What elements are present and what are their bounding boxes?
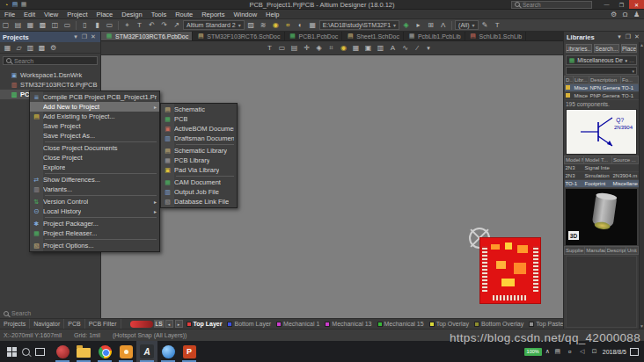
text-icon[interactable] — [134, 20, 145, 30]
ctx-save-project[interactable]: Save Project — [30, 121, 159, 131]
plane-icon[interactable] — [375, 43, 386, 53]
chevron-down-icon[interactable]: ▾ — [71, 33, 80, 42]
sub-schematic[interactable]: Schematic — [161, 105, 237, 114]
undo-icon[interactable] — [146, 20, 157, 30]
ctx-explore[interactable]: Explore — [30, 163, 159, 172]
copy-icon[interactable] — [91, 20, 103, 30]
taskbar-app-chrome[interactable] — [94, 341, 115, 362]
projects-bottom-search[interactable]: Search — [0, 308, 100, 318]
gear-icon[interactable]: ⚙ — [608, 10, 619, 19]
col-supplier[interactable]: Supplie — [565, 247, 585, 255]
action-center-icon[interactable] — [630, 348, 639, 356]
col-unit[interactable]: Unit — [626, 247, 639, 255]
cross-probe-icon[interactable] — [171, 20, 182, 30]
arc-icon[interactable] — [399, 43, 411, 53]
doc-tab-schlib[interactable]: SchLib1.SchLib — [465, 32, 527, 40]
global-search-input[interactable]: Search — [511, 1, 592, 9]
close-button[interactable]: ✕ — [629, 0, 644, 9]
menu-window[interactable]: Window — [229, 10, 261, 19]
edit-icon[interactable] — [479, 20, 491, 30]
menu-reports[interactable]: Reports — [197, 10, 229, 19]
explorer-icon[interactable] — [36, 43, 48, 53]
projects-search-input[interactable]: Search — [3, 56, 98, 65]
taskbar-app-browser[interactable] — [52, 341, 73, 362]
layer-tab-top-paste[interactable]: Top Paste — [526, 321, 563, 327]
clear-highlight-icon[interactable] — [282, 20, 294, 30]
layer-scroll-left[interactable]: ◂ — [165, 320, 173, 328]
polygon-icon[interactable] — [350, 43, 362, 53]
ctx-add-existing[interactable]: Add Existing to Project... — [30, 112, 159, 121]
refresh-icon[interactable] — [25, 43, 36, 53]
annotation-icon[interactable] — [387, 43, 399, 53]
via-icon[interactable] — [326, 43, 337, 53]
panel-scrollbar[interactable]: ▲ ▼ — [639, 42, 644, 329]
col-supplier-desc[interactable]: Descripti — [605, 247, 626, 255]
3d-badge[interactable]: 3D — [568, 231, 579, 240]
menu-design[interactable]: Design — [117, 10, 146, 19]
taskbar-app-blue[interactable] — [157, 341, 179, 362]
volume-muted-icon[interactable] — [578, 347, 587, 357]
layer-set-label[interactable]: LS — [154, 320, 165, 328]
measure-icon[interactable] — [437, 20, 449, 30]
menu-help[interactable]: Help — [261, 10, 283, 19]
sub-pcb-library[interactable]: PCB Library — [161, 156, 237, 165]
layer-tab-top-overlay[interactable]: Top Overlay — [427, 321, 472, 327]
taskbar-search-icon[interactable] — [22, 348, 30, 356]
save-all-icon[interactable] — [11, 0, 19, 10]
layer-tab-bottom-overlay[interactable]: Bottom Overlay — [472, 321, 526, 327]
start-button[interactable] — [7, 347, 17, 357]
sub-pcb[interactable]: PCB — [161, 114, 237, 124]
line-icon[interactable] — [412, 43, 423, 53]
library-select-dropdown[interactable]: Miscellaneous Device ▾ … — [566, 55, 637, 65]
rect-tool-icon[interactable] — [276, 43, 288, 53]
browse-icon[interactable]: … — [629, 58, 634, 63]
page-setup-icon[interactable] — [62, 20, 73, 30]
search-button[interactable]: Search... — [594, 44, 620, 53]
mask-icon[interactable] — [295, 20, 306, 30]
layer-tab-mechanical-15[interactable]: Mechanical 15 — [375, 321, 427, 327]
ctx-project-packager[interactable]: Project Packager... — [30, 219, 159, 228]
tree-item-stm32-project[interactable]: STM32F103RCT6.PrjPCB — [0, 80, 100, 90]
col-description[interactable]: Description — [589, 76, 621, 84]
ctx-show-differences[interactable]: Show Differences... — [30, 175, 159, 185]
sub-database-link-file[interactable]: Database Link File — [161, 197, 237, 206]
tray-folder-icon[interactable] — [553, 347, 562, 357]
menu-view[interactable]: View — [40, 10, 62, 19]
model-row[interactable]: 2N3 Simulation 2N3904.m — [565, 172, 639, 180]
ctx-local-history[interactable]: Local History ▸ — [30, 206, 159, 216]
component-row[interactable]: Misce NPN Genera TO-1 — [565, 84, 639, 92]
ctx-close-project-documents[interactable]: Close Project Documents — [30, 143, 159, 153]
minimize-button[interactable]: — — [599, 0, 614, 9]
bulb-icon[interactable] — [338, 43, 349, 53]
layers-icon[interactable] — [258, 20, 269, 30]
ctx-add-new-to-project[interactable]: Add New to Project ▸ — [30, 102, 159, 112]
room-icon[interactable] — [362, 43, 374, 53]
doc-tab-schdoc[interactable]: STM32F103RCT6.SchDoc — [193, 32, 284, 40]
col-manufacturer[interactable]: Manufac — [585, 247, 605, 255]
layer-tab-bottom-layer[interactable]: Bottom Layer — [224, 321, 274, 327]
sub-cam-document[interactable]: CAM Document — [161, 177, 237, 187]
menu-tools[interactable]: Tools — [147, 10, 172, 19]
paste-icon[interactable] — [104, 20, 115, 30]
ctx-compile[interactable]: Compile PCB Project PCB_Project1.PrjPCB — [30, 92, 159, 102]
save-project-icon[interactable] — [2, 43, 13, 53]
redo-icon[interactable] — [158, 20, 170, 30]
run-icon[interactable] — [413, 20, 424, 30]
layer-scroll-right[interactable]: ▸ — [175, 320, 183, 328]
doc-tab-pcblib[interactable]: PcbLib1.PcbLib — [404, 32, 465, 40]
highlight-icon[interactable] — [270, 20, 282, 30]
align-icon[interactable] — [289, 43, 300, 53]
menu-file[interactable]: File — [0, 10, 19, 19]
col-designator[interactable]: D... — [565, 76, 574, 84]
menu-route[interactable]: Route — [171, 10, 197, 19]
sub-activebom[interactable]: ActiveBOM Document — [161, 124, 237, 134]
model-row[interactable]: 2N3 Signal Inte — [565, 164, 639, 172]
footprint-3d-preview[interactable]: 3D — [566, 189, 637, 245]
panel-grid-icon[interactable] — [425, 20, 436, 30]
layer-tab-mechanical-13[interactable]: Mechanical 13 — [322, 321, 374, 327]
col-library[interactable]: Libr... — [574, 76, 589, 84]
place-button[interactable]: Place — [621, 44, 637, 53]
layer-tab-top-layer[interactable]: Top Layer — [184, 321, 225, 327]
battery-icon[interactable]: 100% — [524, 348, 542, 356]
panel-tab-navigator[interactable]: Navigator — [30, 319, 64, 329]
